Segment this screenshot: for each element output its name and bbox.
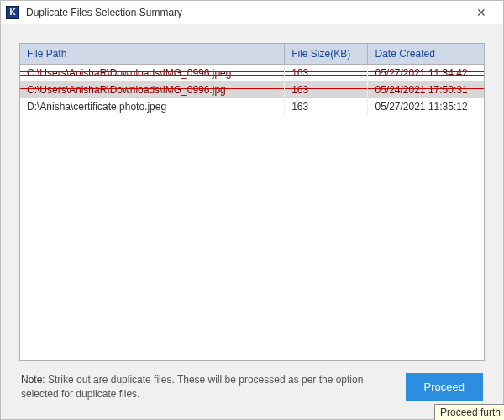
cell-date: 05/24/2021 17:50:31 [368, 81, 484, 98]
table-row[interactable]: C:\Users\AnishaR\Downloads\IMG_0996.jpeg… [20, 65, 484, 82]
header-file-path[interactable]: File Path [20, 44, 285, 65]
cell-size: 163 [285, 98, 368, 115]
cell-date: 05/27/2021 11:34:42 [368, 65, 484, 82]
header-file-size[interactable]: File Size(KB) [285, 44, 368, 65]
note-text: Note: Strike out are duplicate files. Th… [21, 373, 396, 400]
note-label: Note: [21, 374, 45, 386]
cell-size: 163 [285, 81, 368, 98]
file-table-wrap: File Path File Size(KB) Date Created C:\… [19, 43, 485, 361]
close-icon: ✕ [476, 6, 486, 19]
table-row[interactable]: D:\Anisha\certificate photo.jpeg16305/27… [20, 98, 484, 115]
cell-path: D:\Anisha\certificate photo.jpeg [20, 98, 285, 115]
table-header-row: File Path File Size(KB) Date Created [20, 44, 484, 65]
cell-path: C:\Users\AnishaR\Downloads\IMG_0996.jpeg [20, 65, 285, 82]
file-table: File Path File Size(KB) Date Created C:\… [20, 44, 484, 115]
cell-path: C:\Users\AnishaR\Downloads\IMG_0996.jpg [20, 81, 285, 98]
titlebar: K Duplicate Files Selection Summary ✕ [1, 1, 503, 24]
close-button[interactable]: ✕ [465, 1, 498, 24]
cell-date: 05/27/2021 11:35:12 [368, 98, 484, 115]
content-area: File Path File Size(KB) Date Created C:\… [1, 24, 503, 419]
proceed-button[interactable]: Proceed [406, 373, 483, 401]
dialog-window: K Duplicate Files Selection Summary ✕ Fi… [0, 0, 504, 420]
app-icon: K [6, 6, 19, 19]
footer: Note: Strike out are duplicate files. Th… [19, 361, 485, 409]
table-row[interactable]: C:\Users\AnishaR\Downloads\IMG_0996.jpg1… [20, 81, 484, 98]
header-date-created[interactable]: Date Created [368, 44, 484, 65]
tooltip-fragment: Proceed furth [434, 404, 504, 420]
window-title: Duplicate Files Selection Summary [26, 7, 465, 18]
cell-size: 163 [285, 65, 368, 82]
note-body: Strike out are duplicate files. These wi… [21, 374, 363, 399]
